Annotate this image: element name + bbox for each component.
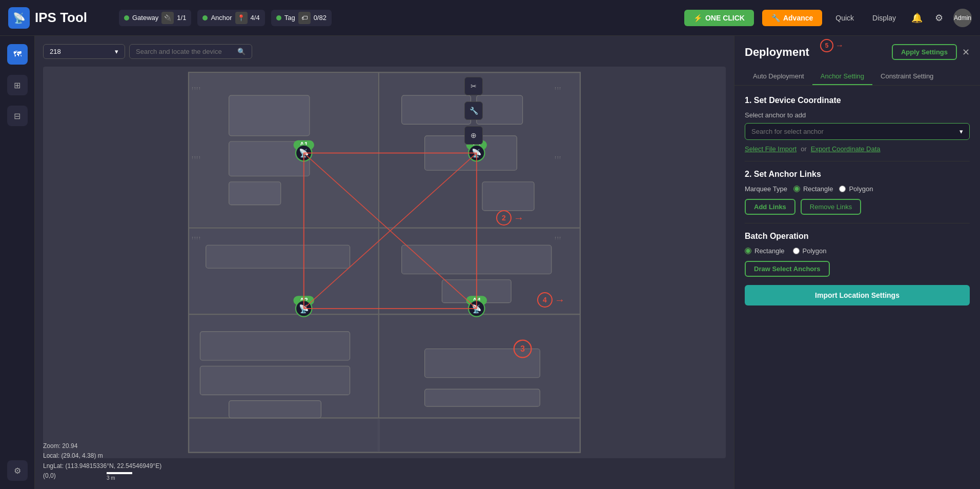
svg-text:↑↑↑↑: ↑↑↑↑ bbox=[192, 155, 201, 160]
config-tool-btn[interactable]: 🔧 bbox=[464, 101, 483, 120]
polygon-label: Polygon bbox=[849, 185, 873, 193]
svg-rect-10 bbox=[190, 229, 377, 313]
lnglat-value: (113.94815336°N, 22.54546949°E) bbox=[65, 462, 161, 470]
scale-bar: 3 m bbox=[107, 472, 132, 481]
links-btn-row: Add Links Remove Links bbox=[745, 199, 970, 215]
right-panel: Deployment 5 → Apply Settings ✕ Auto Dep… bbox=[734, 36, 980, 489]
remove-links-button[interactable]: Remove Links bbox=[801, 199, 861, 215]
apply-settings-button[interactable]: Apply Settings bbox=[892, 44, 957, 60]
draw-select-anchors-button[interactable]: Draw Select Anchors bbox=[745, 261, 830, 277]
settings-button[interactable]: ⚙ bbox=[933, 10, 945, 26]
rectangle-radio-label[interactable]: Rectangle bbox=[793, 185, 833, 193]
batch-rectangle-label: Rectangle bbox=[754, 247, 785, 255]
polygon-radio-label[interactable]: Polygon bbox=[839, 185, 873, 193]
tag-value: 0/82 bbox=[314, 14, 326, 22]
callout-4: 4 bbox=[537, 292, 553, 308]
admin-label: Admin bbox=[954, 14, 971, 22]
bell-button[interactable]: 🔔 bbox=[909, 10, 925, 26]
anchor-icon: 📍 bbox=[235, 12, 248, 24]
section-batch-operation: Batch Operation Rectangle Polygon Draw S… bbox=[745, 232, 970, 277]
batch-radio-group: Rectangle Polygon bbox=[745, 247, 970, 255]
device-stats: Gateway 🔌 1/1 Anchor 📍 4/4 Tag 🏷 0/82 bbox=[119, 10, 332, 26]
tag-icon: 🏷 bbox=[298, 12, 311, 24]
floor-selector: 218 ▾ 🔍 bbox=[43, 44, 252, 59]
sidebar-item-map[interactable]: 🗺 bbox=[7, 44, 28, 65]
scale-line bbox=[107, 472, 132, 474]
quick-button[interactable]: Quick bbox=[830, 11, 859, 25]
close-panel-button[interactable]: ✕ bbox=[962, 47, 970, 58]
anchor-label: Anchor bbox=[211, 14, 232, 22]
stack-tool-btn[interactable]: ⊕ bbox=[464, 126, 483, 145]
oneclick-button[interactable]: ⚡ ONE CLICK bbox=[684, 10, 754, 26]
scale-label: 3 m bbox=[107, 475, 115, 481]
sidebar-item-grid[interactable]: ⊞ bbox=[7, 75, 28, 95]
gateway-dot bbox=[124, 15, 129, 21]
floor-plan-svg: ↑↑↑↑ ↑↑↑↑ ↑↑↑↑ ↑↑↑ ↑↑↑ ↑↑↑ A1 📡 bbox=[43, 67, 726, 458]
oneclick-icon: ⚡ bbox=[693, 14, 702, 22]
coord-info: Zoom: 20.94 Local: (29.04, 4.38) m LngLa… bbox=[43, 441, 161, 481]
svg-rect-16 bbox=[229, 95, 310, 136]
user-avatar[interactable]: Admin bbox=[953, 9, 972, 27]
batch-rectangle-radio-label[interactable]: Rectangle bbox=[745, 247, 785, 255]
anchor-search-box[interactable]: ▾ bbox=[745, 123, 970, 140]
panel-title: Deployment bbox=[745, 46, 809, 59]
advance-button[interactable]: 🔧 Advance bbox=[762, 10, 822, 26]
advance-icon: 🔧 bbox=[771, 14, 780, 22]
batch-rectangle-radio[interactable] bbox=[745, 248, 751, 254]
svg-text:↑↑↑: ↑↑↑ bbox=[554, 86, 561, 91]
svg-rect-18 bbox=[229, 182, 281, 205]
svg-rect-30 bbox=[425, 389, 540, 406]
svg-rect-28 bbox=[229, 401, 321, 418]
lnglat-label: LngLat: bbox=[43, 462, 64, 470]
tab-auto-deployment[interactable]: Auto Deployment bbox=[745, 68, 812, 85]
marquee-type-label: Marquee Type bbox=[745, 185, 787, 193]
floor-dropdown[interactable]: 218 ▾ bbox=[43, 44, 125, 59]
panel-header: Deployment 5 → Apply Settings ✕ bbox=[734, 36, 980, 64]
tab-anchor-setting[interactable]: Anchor Setting bbox=[812, 68, 872, 85]
sidebar-item-layers[interactable]: ⊟ bbox=[7, 106, 28, 126]
logo-area: 📡 IPS Tool bbox=[8, 7, 111, 29]
map-search-input[interactable] bbox=[136, 48, 233, 55]
svg-rect-23 bbox=[206, 245, 350, 268]
file-links: Select File Import or Export Coordinate … bbox=[745, 145, 970, 153]
sidebar-item-settings[interactable]: ⚙ bbox=[7, 460, 28, 481]
section-set-device-coord: 1. Set Device Coordinate Select anchor t… bbox=[745, 96, 970, 153]
section2-title: 2. Set Anchor Links bbox=[745, 170, 970, 179]
svg-text:3: 3 bbox=[520, 344, 525, 353]
anchor-stat: Anchor 📍 4/4 bbox=[197, 10, 264, 26]
app-logo-icon: 📡 bbox=[8, 7, 30, 29]
rectangle-radio[interactable] bbox=[793, 186, 800, 192]
batch-polygon-label: Polygon bbox=[803, 247, 827, 255]
file-import-link[interactable]: Select File Import bbox=[745, 145, 797, 153]
dropdown-arrow-icon: ▾ bbox=[959, 128, 963, 135]
map-area: 218 ▾ 🔍 bbox=[35, 36, 734, 489]
batch-polygon-radio[interactable] bbox=[793, 248, 800, 254]
batch-polygon-radio-label[interactable]: Polygon bbox=[793, 247, 827, 255]
oneclick-label: ONE CLICK bbox=[705, 14, 745, 22]
scissors-tool-btn[interactable]: ✂ bbox=[464, 77, 483, 95]
svg-rect-15 bbox=[380, 419, 579, 452]
map-search-bar: 🔍 bbox=[129, 44, 252, 59]
export-link[interactable]: Export Coordinate Data bbox=[811, 145, 881, 153]
local-label: Local: bbox=[43, 452, 59, 459]
import-location-settings-button[interactable]: Import Location Settings bbox=[745, 285, 970, 305]
search-icon: 🔍 bbox=[237, 48, 246, 55]
app-title: IPS Tool bbox=[35, 10, 87, 26]
main-layout: 🗺 ⊞ ⊟ ⚙ 218 ▾ 🔍 bbox=[0, 36, 980, 489]
anchor-search-input[interactable] bbox=[751, 128, 959, 135]
tab-constraint-setting[interactable]: Constraint Setting bbox=[872, 68, 942, 85]
zoom-value: 20.94 bbox=[62, 442, 77, 450]
callout-2: 2 bbox=[496, 210, 512, 226]
svg-text:↑↑↑: ↑↑↑ bbox=[554, 155, 561, 160]
floor-value: 218 bbox=[50, 48, 61, 55]
marquee-type-row: Marquee Type Rectangle Polygon bbox=[745, 185, 970, 193]
svg-rect-14 bbox=[190, 419, 377, 452]
svg-rect-22 bbox=[482, 182, 534, 211]
header-icons: 🔔 ⚙ Admin bbox=[909, 9, 972, 27]
polygon-radio[interactable] bbox=[839, 186, 846, 192]
add-links-button[interactable]: Add Links bbox=[745, 199, 795, 215]
tag-dot bbox=[276, 15, 281, 21]
app-header: 📡 IPS Tool Gateway 🔌 1/1 Anchor 📍 4/4 Ta… bbox=[0, 0, 980, 36]
svg-rect-19 bbox=[402, 95, 471, 124]
display-button[interactable]: Display bbox=[867, 11, 901, 25]
